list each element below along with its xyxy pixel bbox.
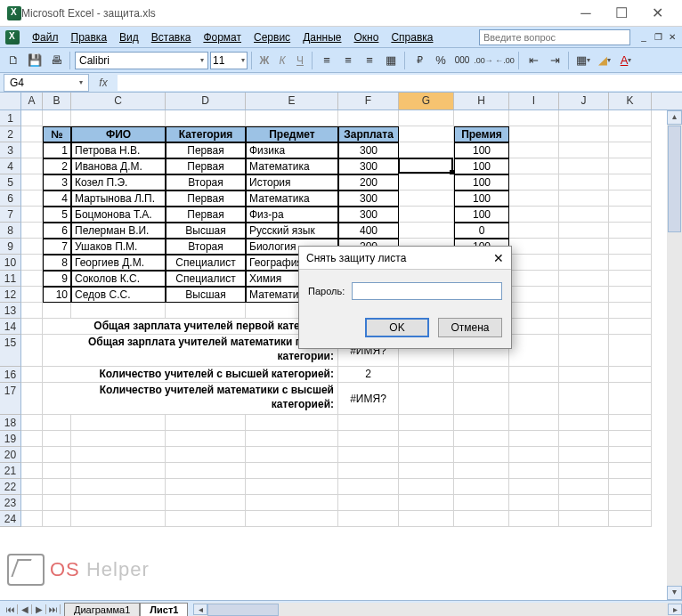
cell-G24[interactable] [399, 511, 454, 527]
cell-B6[interactable]: 4 [43, 190, 71, 207]
sheet-tab-0[interactable]: Диаграмма1 [64, 603, 140, 616]
cell-A21[interactable] [21, 463, 43, 479]
cell-I12[interactable] [509, 287, 559, 303]
font-select[interactable]: Calibri▾ [75, 52, 208, 69]
cell-E21[interactable] [246, 463, 338, 479]
cell-D5[interactable]: Вторая [166, 174, 246, 190]
cell-G22[interactable] [399, 479, 454, 495]
cell-B23[interactable] [43, 495, 71, 511]
cell-H17[interactable] [454, 383, 509, 415]
cell-C19[interactable] [71, 431, 166, 447]
cell-A17[interactable] [21, 383, 43, 415]
cell-H16[interactable] [454, 367, 509, 383]
cell-F24[interactable] [338, 511, 399, 527]
cell-J4[interactable] [559, 158, 609, 174]
cell-A13[interactable] [21, 303, 43, 319]
cell-B1[interactable] [43, 110, 71, 126]
cell-E8[interactable]: Русский язык [246, 223, 338, 239]
password-input[interactable] [352, 282, 502, 300]
cell-J13[interactable] [559, 303, 609, 319]
align-right-button[interactable]: ≡ [360, 51, 379, 70]
cell-K5[interactable] [609, 174, 652, 190]
cell-H8[interactable]: 0 [454, 223, 509, 239]
cancel-button[interactable]: Отмена [438, 318, 502, 337]
cell-D8[interactable]: Высшая [166, 223, 246, 239]
cell-B16[interactable]: Количество учителей с высшей категорией: [43, 367, 338, 383]
cell-J11[interactable] [559, 271, 609, 287]
cell-C1[interactable] [71, 110, 166, 126]
cell-K14[interactable] [609, 319, 652, 335]
cell-J8[interactable] [559, 223, 609, 239]
cell-I1[interactable] [509, 110, 559, 126]
row-header-17[interactable]: 17 [0, 383, 21, 415]
cell-A10[interactable] [21, 255, 43, 271]
cell-D19[interactable] [166, 431, 246, 447]
cell-C4[interactable]: Иванова Д.М. [71, 158, 166, 174]
cell-C10[interactable]: Георгиев Д.М. [71, 255, 166, 271]
cell-B7[interactable]: 5 [43, 207, 71, 223]
cell-B9[interactable]: 7 [43, 239, 71, 255]
cell-H23[interactable] [454, 495, 509, 511]
cell-I5[interactable] [509, 174, 559, 190]
cell-I8[interactable] [509, 223, 559, 239]
row-header-16[interactable]: 16 [0, 367, 21, 383]
cell-C3[interactable]: Петрова Н.В. [71, 142, 166, 158]
row-header-8[interactable]: 8 [0, 223, 21, 239]
cell-D7[interactable]: Первая [166, 207, 246, 223]
scroll-thumb[interactable] [668, 126, 681, 232]
cell-K22[interactable] [609, 479, 652, 495]
tab-prev-icon[interactable]: ◀ [18, 604, 32, 614]
cell-J20[interactable] [559, 447, 609, 463]
row-header-22[interactable]: 22 [0, 479, 21, 495]
cell-I14[interactable] [509, 319, 559, 335]
cell-B11[interactable]: 9 [43, 271, 71, 287]
cell-J10[interactable] [559, 255, 609, 271]
cell-J22[interactable] [559, 479, 609, 495]
menu-view[interactable]: Вид [114, 29, 144, 45]
align-left-button[interactable]: ≡ [317, 51, 337, 70]
cell-F7[interactable]: 300 [338, 207, 399, 223]
row-header-24[interactable]: 24 [0, 511, 21, 527]
inc-indent-button[interactable]: ⇥ [545, 51, 564, 70]
cell-E24[interactable] [246, 511, 338, 527]
cell-D2[interactable]: Категория [166, 126, 246, 142]
scroll-left-icon[interactable]: ◂ [193, 604, 207, 615]
cell-K20[interactable] [609, 447, 652, 463]
tab-next-icon[interactable]: ▶ [32, 604, 46, 614]
cell-D22[interactable] [166, 479, 246, 495]
cell-K21[interactable] [609, 463, 652, 479]
cell-K12[interactable] [609, 287, 652, 303]
cell-F16[interactable]: 2 [338, 367, 399, 383]
scroll-down-icon[interactable]: ▾ [667, 586, 682, 600]
cell-C6[interactable]: Мартынова Л.П. [71, 190, 166, 207]
cell-F2[interactable]: Зарплата [338, 126, 399, 142]
workbook-close-button[interactable]: ✕ [666, 31, 678, 44]
menu-format[interactable]: Формат [198, 29, 247, 45]
menu-edit[interactable]: Правка [66, 29, 113, 45]
workbook-restore-button[interactable]: ❐ [652, 31, 664, 44]
cell-A14[interactable] [21, 319, 43, 335]
sheet-tab-1[interactable]: Лист1 [140, 603, 188, 616]
menu-data[interactable]: Данные [297, 29, 346, 45]
cell-A24[interactable] [21, 511, 43, 527]
cell-C22[interactable] [71, 479, 166, 495]
cell-C5[interactable]: Козел П.Э. [71, 174, 166, 190]
row-header-2[interactable]: 2 [0, 126, 21, 142]
cell-D21[interactable] [166, 463, 246, 479]
formula-input[interactable] [118, 75, 682, 91]
cell-A19[interactable] [21, 431, 43, 447]
cell-A20[interactable] [21, 447, 43, 463]
cell-A16[interactable] [21, 367, 43, 383]
fx-icon[interactable]: fx [94, 77, 112, 89]
horizontal-scrollbar[interactable]: ◂ ▸ [193, 603, 682, 617]
cell-G5[interactable] [399, 174, 454, 190]
cell-K9[interactable] [609, 239, 652, 255]
cell-D9[interactable]: Вторая [166, 239, 246, 255]
cell-D18[interactable] [166, 415, 246, 431]
cell-B10[interactable]: 8 [43, 255, 71, 271]
col-header-E[interactable]: E [246, 93, 338, 109]
cell-G6[interactable] [399, 190, 454, 207]
cell-H5[interactable]: 100 [454, 174, 509, 190]
cell-K7[interactable] [609, 207, 652, 223]
cell-A5[interactable] [21, 174, 43, 190]
